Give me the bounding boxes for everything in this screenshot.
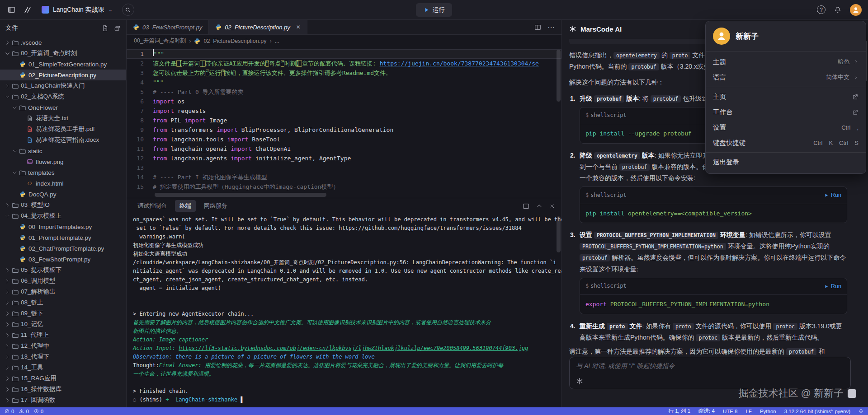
tree-file[interactable]: 花语大全.txt xyxy=(0,113,126,124)
tree-file[interactable]: DocQA.py xyxy=(0,189,126,200)
tree-folder[interactable]: 15_RAG应用 xyxy=(0,373,126,384)
error-count[interactable]: 0 xyxy=(5,409,14,414)
split-editor-icon[interactable] xyxy=(534,24,541,31)
user-menu-item[interactable]: 退出登录 xyxy=(706,154,866,170)
line-number: 1 xyxy=(127,49,153,59)
tree-folder[interactable]: 12_代理中 xyxy=(0,340,126,351)
tree-folder[interactable]: 14_工具 xyxy=(0,362,126,373)
menu-divider xyxy=(706,51,866,51)
breadcrumb-item[interactable]: 02_PictureDescription.py xyxy=(203,38,266,44)
editor-scrollbar[interactable] xyxy=(557,50,561,102)
tree-folder[interactable]: 11_代理上 xyxy=(0,330,126,340)
run-code-button[interactable]: Run xyxy=(824,190,841,201)
ai-input[interactable] xyxy=(576,362,844,369)
tree-item-label: 14_工具 xyxy=(21,364,43,372)
bell-icon[interactable] xyxy=(833,5,843,15)
folder-icon xyxy=(12,375,21,382)
tree-file[interactable]: 03_FewShotPrompt.py xyxy=(0,254,126,265)
tree-file[interactable]: 02_PictureDescription.py xyxy=(0,70,126,80)
watermark-badge-icon xyxy=(848,389,856,398)
tree-folder[interactable]: OneFlower xyxy=(0,102,126,113)
terminal-tab[interactable]: 终端 xyxy=(175,200,196,212)
watermark: 掘金技术社区 @ 新新子 xyxy=(738,387,856,400)
user-menu-item[interactable]: 设置Ctrl, xyxy=(706,120,866,135)
tree-folder[interactable]: 10_记忆 xyxy=(0,319,126,330)
close-tab-icon[interactable]: ✕ xyxy=(296,24,301,30)
tree-file[interactable]: 02_ChatPromptTemplate.py xyxy=(0,243,126,254)
tree-file[interactable]: index.html xyxy=(0,178,126,189)
user-menu-item[interactable]: 主页 xyxy=(706,89,866,104)
more-actions-icon[interactable]: ⋯ xyxy=(547,23,555,32)
tree-file[interactable]: 01_SimpleTextGeneration.py xyxy=(0,59,126,70)
close-panel-icon[interactable] xyxy=(549,203,555,209)
tree-folder[interactable]: 09_链下 xyxy=(0,308,126,319)
new-file-icon[interactable] xyxy=(102,25,108,32)
tree-folder[interactable]: 08_链上 xyxy=(0,297,126,308)
help-icon[interactable]: ? xyxy=(817,5,826,14)
terminal-line: 析图片的描述信息。 xyxy=(133,327,561,336)
split-terminal-icon[interactable] xyxy=(523,203,529,210)
maximize-panel-icon[interactable] xyxy=(536,203,542,209)
tree-folder[interactable]: 07_解析输出 xyxy=(0,286,126,297)
tree-folder[interactable]: 16_操作数据库 xyxy=(0,384,126,395)
terminal-line: Action Input: https://lf3-static.bytedns… xyxy=(133,344,561,353)
indent-setting[interactable]: 缩进: 4 xyxy=(698,408,715,415)
tree-folder[interactable]: 01_LangChain快速入门 xyxy=(0,80,126,91)
tree-folder[interactable]: .vscode xyxy=(0,37,126,48)
user-avatar[interactable] xyxy=(850,4,862,16)
run-code-button[interactable]: Run xyxy=(824,281,841,292)
tree-folder[interactable]: 06_调用模型 xyxy=(0,275,126,286)
terminal-tab[interactable]: 网络服务 xyxy=(199,200,232,212)
tree-folder[interactable]: 02_文档QA系统 xyxy=(0,91,126,102)
warning-count[interactable]: 0 xyxy=(19,409,28,414)
tree-folder[interactable]: 04_提示模板上 xyxy=(0,210,126,221)
terminal-output[interactable]: on_spaces` was not set. It will be set t… xyxy=(127,214,561,407)
editor-tab[interactable]: 02_PictureDescription.py✕ xyxy=(209,20,307,34)
tree-folder[interactable]: 00_开篇词_奇点时刻 xyxy=(0,48,126,59)
horizontal-scrollbar[interactable] xyxy=(155,193,326,197)
tree-file[interactable]: 易速鲜花员工手册.pdf xyxy=(0,124,126,135)
tree-folder[interactable]: 17_回调函数 xyxy=(0,395,126,406)
user-menu-item[interactable]: 主题暗色 xyxy=(706,54,866,70)
project-selector[interactable]: LangChain 实战课 ⌄ xyxy=(38,4,116,16)
run-button[interactable]: 运行 xyxy=(416,3,452,17)
tree-folder[interactable]: 13_代理下 xyxy=(0,351,126,362)
eol-setting[interactable]: LF xyxy=(745,409,751,414)
encoding[interactable]: UTF-8 xyxy=(723,409,738,414)
terminal-tab[interactable]: 调试控制台 xyxy=(133,200,171,212)
py-file-icon xyxy=(19,245,28,252)
cursor-position[interactable]: 行 1, 列 1 xyxy=(669,408,691,415)
sidebar-toggle-icon[interactable] xyxy=(6,5,16,15)
code-editor[interactable]: 1"""2该文件是【开篇词｜带你亲证AI应用开发的“奇点”时刻】章节的配套代码。… xyxy=(127,47,561,198)
tree-file[interactable]: 01_PromptTemplate.py xyxy=(0,232,126,243)
py-file-icon xyxy=(19,234,28,241)
search-button[interactable] xyxy=(122,4,134,16)
user-menu-item[interactable]: 键盘快捷键CtrlKCtrlS xyxy=(706,135,866,150)
breadcrumb-item[interactable]: ... xyxy=(275,38,279,44)
user-menu-header: 新新子 xyxy=(706,21,866,49)
python-interpreter[interactable]: 3.12.2 64-bit ('shims': pyenv) xyxy=(784,409,850,414)
tree-folder[interactable]: static xyxy=(0,145,126,156)
info-count[interactable]: 0 xyxy=(34,409,43,414)
chevron-icon xyxy=(5,202,12,208)
tree-folder[interactable]: 05_提示模板下 xyxy=(0,265,126,275)
tree-file[interactable]: 易速鲜花运营指南.docx xyxy=(0,135,126,145)
statusbar-bell-icon[interactable] xyxy=(859,409,863,414)
line-number: 10 xyxy=(127,135,153,144)
language-mode[interactable]: Python xyxy=(760,409,776,414)
user-menu-item[interactable]: 工作台 xyxy=(706,104,866,120)
user-menu-item[interactable]: 语言简体中文 xyxy=(706,70,866,85)
tree-item-label: 02_文档QA系统 xyxy=(21,93,64,101)
editor-tab[interactable]: 03_FewShotPrompt.py xyxy=(127,20,209,34)
tree-folder[interactable]: templates xyxy=(0,167,126,178)
breadcrumb-item[interactable]: 00_开篇词_奇点时刻 xyxy=(134,37,186,45)
tree-file[interactable]: 00_ImportTemplates.py xyxy=(0,221,126,232)
chevron-icon xyxy=(12,148,19,154)
menu-item-label: 主题 xyxy=(713,58,726,66)
tree-file[interactable]: flower.png xyxy=(0,156,126,167)
status-bar: 0 0 0 行 1, 列 1 缩进: 4 UTF-8 LF Python 3.1… xyxy=(0,407,868,415)
terminal-scrollbar[interactable] xyxy=(557,216,561,252)
statusbar-right: 行 1, 列 1 缩进: 4 UTF-8 LF Python 3.12.2 64… xyxy=(669,408,864,415)
tree-folder[interactable]: 03_模型IO xyxy=(0,200,126,210)
collapse-all-icon[interactable] xyxy=(114,25,121,32)
